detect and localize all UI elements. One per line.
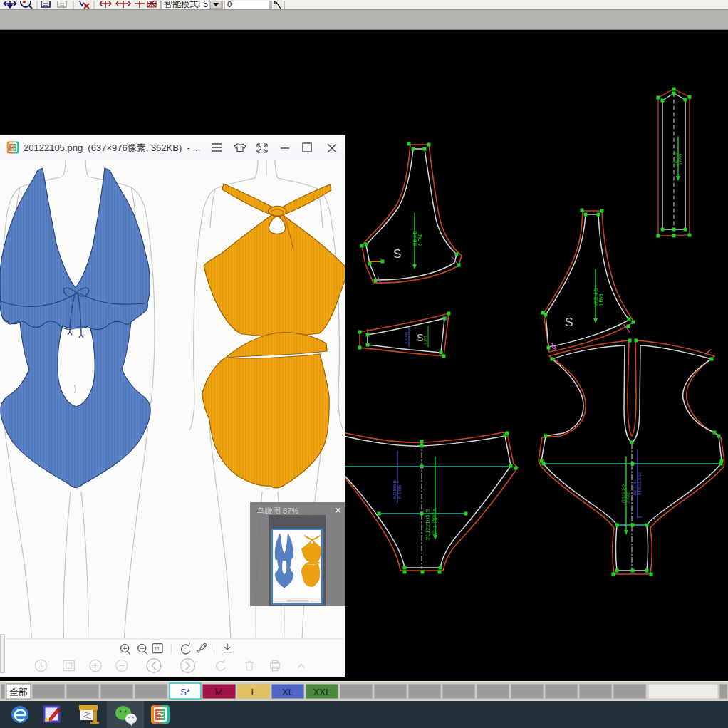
svg-text:6 RELEASE: 6 RELEASE	[638, 472, 642, 495]
svg-text:6 FB: 6 FB	[423, 336, 427, 345]
svg-text:6 FAB: 6 FAB	[678, 154, 682, 165]
svg-text:S*: S*	[180, 687, 190, 697]
svg-text:BZ 1-B: BZ 1-B	[633, 482, 637, 495]
svg-text:XX 4B: XX 4B	[404, 332, 408, 344]
svg-text:XL: XL	[282, 687, 293, 697]
svg-text:20122105-S: 20122105-S	[425, 509, 431, 540]
svg-text:B-1 BB: B-1 BB	[397, 485, 402, 499]
svg-text:6 FAB: 6 FAB	[417, 233, 422, 246]
svg-text:L: L	[251, 687, 256, 697]
svg-text:XXL: XXL	[313, 687, 331, 697]
svg-text:后•1 面料A: 后•1 面料A	[432, 508, 438, 536]
svg-text:S: S	[565, 316, 573, 329]
svg-text:11: 11	[154, 645, 160, 652]
svg-text:BZHBB B: BZHBB B	[392, 480, 397, 499]
svg-text:全部: 全部	[9, 687, 28, 697]
svg-text:YRB 4-B: YRB 4-B	[593, 288, 598, 306]
svg-text:6 FAB: 6 FAB	[626, 492, 630, 503]
svg-text:RB 4-B: RB 4-B	[412, 231, 417, 246]
svg-text:6 FAB: 6 FAB	[598, 293, 603, 306]
svg-text:S: S	[417, 332, 423, 343]
svg-text:NB 1-B: NB 1-B	[673, 152, 677, 165]
svg-text:S: S	[393, 247, 401, 261]
svg-text:NB23 1-B: NB23 1-B	[621, 484, 625, 503]
svg-text:M: M	[215, 687, 223, 697]
